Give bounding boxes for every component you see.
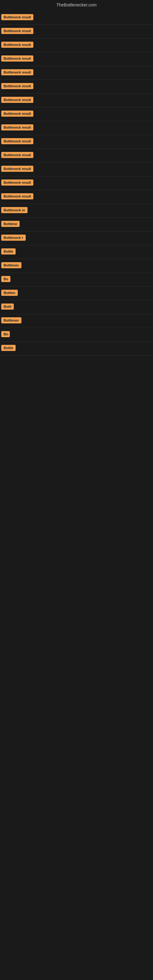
bottleneck-badge-1[interactable]: Bottleneck result	[1, 14, 33, 20]
result-row-14: Bottleneck result	[0, 190, 153, 204]
bottleneck-badge-11[interactable]: Bottleneck result	[1, 152, 33, 158]
result-row-11: Bottleneck result	[0, 149, 153, 162]
bottleneck-badge-13[interactable]: Bottleneck result	[1, 180, 33, 186]
bottleneck-badge-4[interactable]: Bottleneck result	[1, 56, 33, 62]
result-row-9: Bottleneck result	[0, 121, 153, 135]
result-row-1: Bottleneck result	[0, 11, 153, 25]
result-row-4: Bottleneck result	[0, 52, 153, 66]
bottleneck-badge-6[interactable]: Bottleneck result	[1, 83, 33, 89]
result-row-13: Bottleneck result	[0, 177, 153, 190]
result-row-3: Bottleneck result	[0, 38, 153, 52]
result-row-22: Bottl	[0, 301, 153, 314]
bottleneck-badge-25[interactable]: Bottle	[1, 345, 16, 351]
result-row-10: Bottleneck result	[0, 135, 153, 149]
result-row-17: Bottleneck r	[0, 232, 153, 245]
bottleneck-badge-17[interactable]: Bottleneck r	[1, 235, 26, 241]
bottleneck-badge-16[interactable]: Bottlene	[1, 221, 19, 227]
result-row-5: Bottleneck result	[0, 66, 153, 80]
bottleneck-badge-2[interactable]: Bottleneck result	[1, 28, 33, 34]
bottleneck-badge-5[interactable]: Bottleneck result	[1, 69, 33, 75]
bottleneck-badge-9[interactable]: Bottleneck result	[1, 124, 33, 130]
result-row-19: Bottlenec	[0, 259, 153, 273]
result-row-25: Bottle	[0, 342, 153, 356]
result-row-15: Bottleneck re	[0, 204, 153, 218]
result-row-18: Bottle	[0, 245, 153, 259]
bottleneck-badge-23[interactable]: Bottlenec	[1, 317, 21, 323]
bottleneck-badge-12[interactable]: Bottleneck result	[1, 166, 33, 172]
bottleneck-badge-8[interactable]: Bottleneck result	[1, 111, 33, 117]
result-row-8: Bottleneck result	[0, 108, 153, 121]
bottleneck-badge-21[interactable]: Bottlen	[1, 290, 18, 296]
bottleneck-badge-24[interactable]: Bo	[1, 331, 10, 337]
result-row-20: Bo	[0, 273, 153, 286]
bottleneck-badge-7[interactable]: Bottleneck result	[1, 97, 33, 103]
bottleneck-badge-3[interactable]: Bottleneck result	[1, 41, 33, 48]
bottleneck-badge-10[interactable]: Bottleneck result	[1, 138, 33, 144]
site-title: TheBottlenecker.com	[0, 0, 153, 11]
bottleneck-badge-20[interactable]: Bo	[1, 276, 10, 282]
bottleneck-badge-19[interactable]: Bottlenec	[1, 262, 21, 268]
result-row-21: Bottlen	[0, 286, 153, 301]
bottleneck-badge-15[interactable]: Bottleneck re	[1, 207, 27, 213]
bottleneck-badge-22[interactable]: Bottl	[1, 304, 14, 310]
result-row-12: Bottleneck result	[0, 162, 153, 177]
bottleneck-badge-14[interactable]: Bottleneck result	[1, 193, 33, 199]
bottleneck-badge-18[interactable]: Bottle	[1, 248, 16, 255]
result-row-24: Bo	[0, 328, 153, 342]
result-row-2: Bottleneck result	[0, 25, 153, 38]
result-row-6: Bottleneck result	[0, 80, 153, 94]
result-row-23: Bottlenec	[0, 314, 153, 328]
result-row-16: Bottlene	[0, 218, 153, 232]
result-row-7: Bottleneck result	[0, 94, 153, 108]
